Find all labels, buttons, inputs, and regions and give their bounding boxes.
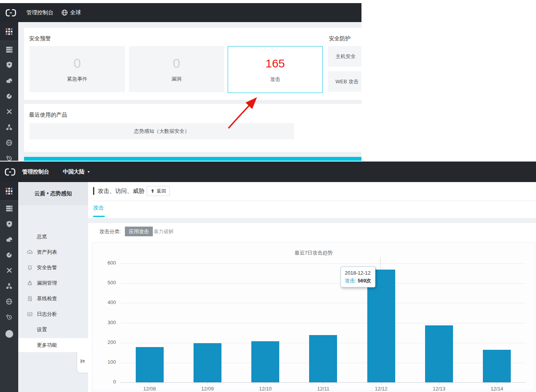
arrow-up-icon <box>150 189 155 193</box>
gridline-y600 <box>121 263 526 264</box>
region-selector[interactable]: 中国大陆 ▼ <box>63 162 90 182</box>
schedule-icon[interactable] <box>0 154 18 161</box>
y-axis-label: 200 <box>97 339 116 345</box>
bug-icon <box>27 280 33 286</box>
chart-plot: 12/0812/0912/1012/1112/1212/1312/14 0100… <box>121 263 526 383</box>
situation-awareness-screenshot: 管理控制台 中国大陆 ▼ <box>0 162 536 392</box>
nodes-icon[interactable] <box>0 282 18 290</box>
asset-list-icon <box>27 249 33 255</box>
scale-icon[interactable] <box>0 107 18 116</box>
server-icon[interactable] <box>0 45 18 54</box>
recent-product-banner[interactable]: 态势感知（大数据安全） <box>29 123 294 139</box>
hover-indicator-line <box>380 257 380 270</box>
shield-icon[interactable] <box>0 220 18 228</box>
attack-count: 165 <box>228 58 322 69</box>
shield-icon[interactable] <box>0 60 18 69</box>
sidebar-item-settings[interactable]: 设置 <box>18 322 88 337</box>
x-axis-tick <box>150 382 150 385</box>
y-axis-label: 400 <box>97 299 116 305</box>
host-security-label: 主机安全 <box>335 53 356 60</box>
region-label: 中国大陆 <box>63 168 85 175</box>
x-axis-tick <box>207 382 208 385</box>
x-axis-tick <box>439 382 439 385</box>
schedule-icon[interactable] <box>0 313 18 321</box>
recent-products-title: 最近使用的产品 <box>29 112 67 119</box>
aliyun-logo-icon <box>5 168 16 176</box>
sidebar-item-overview[interactable]: 总览 <box>18 229 88 244</box>
circle-icon[interactable] <box>0 328 18 339</box>
console-home-link[interactable]: 管理控制台 <box>26 3 54 22</box>
security-protect-title: 安全防护 <box>329 35 351 42</box>
sidebar-product-title: 云盾 • 态势感知 <box>18 182 88 205</box>
bar-12/13[interactable] <box>425 325 453 382</box>
recent-product-label: 态势感知（大数据安全） <box>134 128 190 135</box>
sidebar-item-more[interactable]: 更多功能 <box>18 338 88 352</box>
x-axis-label: 12/10 <box>237 386 294 392</box>
bar-12/09[interactable] <box>194 343 221 382</box>
cyan-strip <box>24 157 361 161</box>
metric-card-attack[interactable]: 165 攻击 <box>228 46 323 93</box>
region-selector-global[interactable]: 全球 <box>61 3 81 22</box>
x-axis-label: 12/09 <box>178 386 236 392</box>
screen: 管理控制台 全球 <box>0 0 536 392</box>
product-sidebar: 云盾 • 态势感知 总览 资产列表 安全告警 漏洞管理 <box>18 182 88 392</box>
sidebar-item-assets[interactable]: 资产列表 <box>18 244 88 260</box>
sidebar-collapse-handle[interactable] <box>77 349 88 373</box>
cloud-icon[interactable] <box>0 235 18 244</box>
protect-card-host[interactable]: 主机安全 <box>328 46 361 67</box>
x-axis-tick <box>265 382 266 385</box>
storage-icon[interactable] <box>0 251 18 259</box>
emergency-count: 0 <box>29 57 125 70</box>
bar-12/11[interactable] <box>309 335 337 382</box>
apps-grid-icon[interactable] <box>0 27 18 36</box>
gridline-y300 <box>121 323 526 323</box>
aliyun-logo-icon <box>5 9 16 17</box>
globe-rail-icon[interactable] <box>0 297 18 306</box>
aliyun-logo[interactable] <box>5 162 16 182</box>
bar-12/10[interactable] <box>251 341 279 382</box>
tooltip-value: 569次 <box>358 278 371 284</box>
divider <box>92 201 536 201</box>
chevron-down-icon: ▼ <box>87 170 90 174</box>
web-attack-label: WEB 攻击 <box>335 78 358 85</box>
attack-category-label: 攻击分类: <box>99 228 121 235</box>
filter-app-attack[interactable]: 应用攻击 <box>125 227 153 236</box>
chart-title: 最近7日攻击趋势 <box>92 249 535 256</box>
aliyun-logo[interactable] <box>5 3 16 22</box>
security-alert-panel: 安全预警 0 紧急事件 0 漏洞 165 攻击 安全防护 主机安全 WEB 攻击… <box>24 28 361 100</box>
apps-grid-icon[interactable] <box>0 187 18 195</box>
tooltip-metric: 攻击: <box>345 278 356 284</box>
filter-brute-force[interactable]: 暴力破解 <box>154 227 174 236</box>
tab-active-underline <box>93 216 105 217</box>
metric-card-emergency[interactable]: 0 紧急事件 <box>29 46 125 92</box>
y-axis-label: 0 <box>97 379 116 385</box>
bar-12/08[interactable] <box>136 347 164 382</box>
globe-icon <box>61 9 68 16</box>
vulnerability-label: 漏洞 <box>129 76 224 83</box>
title-accent-bar <box>93 187 94 195</box>
x-axis-label: 12/13 <box>410 386 468 392</box>
chart-tooltip: 2018-12-12 攻击: 569次 <box>341 266 375 287</box>
tab-attack[interactable]: 攻击 <box>93 205 104 211</box>
alarm-icon <box>27 265 33 271</box>
section-gap <box>88 218 536 223</box>
sidebar-item-baseline[interactable]: 基线检查 <box>18 291 88 306</box>
cloud-icon[interactable] <box>0 76 18 85</box>
protect-card-web[interactable]: WEB 攻击 刂 <box>328 71 361 92</box>
server-icon[interactable] <box>0 204 18 213</box>
scale-icon[interactable] <box>0 266 18 275</box>
storage-icon[interactable] <box>0 92 18 100</box>
globe-rail-icon[interactable] <box>0 138 18 147</box>
metric-card-vulnerability[interactable]: 0 漏洞 <box>129 46 224 92</box>
bar-12/14[interactable] <box>483 350 511 382</box>
y-axis-label: 100 <box>97 359 116 365</box>
back-button[interactable]: 返回 <box>147 186 170 196</box>
sidebar-item-vulnerabilities[interactable]: 漏洞管理 <box>18 275 88 291</box>
recent-products-panel: 最近使用的产品 态势感知（大数据安全） <box>24 104 361 152</box>
console-home-link[interactable]: 管理控制台 <box>22 162 49 182</box>
sidebar-item-logs[interactable]: 日志分析 <box>18 306 88 322</box>
collapse-icon <box>80 359 85 364</box>
security-alert-title: 安全预警 <box>29 35 51 42</box>
sidebar-item-alerts[interactable]: 安全告警 <box>18 260 88 275</box>
nodes-icon[interactable] <box>0 123 18 131</box>
